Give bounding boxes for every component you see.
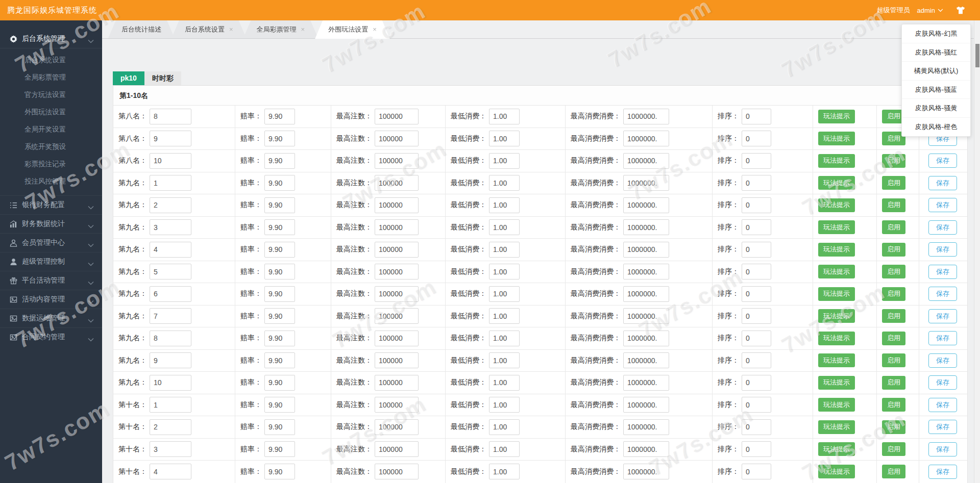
rank-number-input[interactable] — [150, 464, 191, 479]
max-consume-input[interactable] — [623, 242, 669, 258]
odds-input[interactable] — [264, 109, 295, 124]
min-consume-input[interactable] — [489, 175, 520, 191]
sort-input[interactable] — [742, 419, 771, 435]
sidebar-subitem-0-4[interactable]: 全局开奖设置 — [0, 121, 102, 138]
tip-button[interactable]: 玩法提示 — [818, 442, 855, 456]
sort-input[interactable] — [742, 219, 771, 235]
sidebar-item-5[interactable]: 平台活动管理 — [0, 271, 102, 290]
odds-input[interactable] — [264, 419, 295, 435]
tip-button[interactable]: 玩法提示 — [818, 376, 855, 390]
min-consume-input[interactable] — [489, 352, 520, 368]
odds-input[interactable] — [264, 264, 295, 279]
skin-menu-item-5[interactable]: 皮肤风格-橙色 — [902, 118, 970, 137]
sidebar-subitem-0-1[interactable]: 全局彩票管理 — [0, 69, 102, 86]
enable-button[interactable]: 启用 — [882, 176, 905, 190]
rank-number-input[interactable] — [150, 352, 191, 368]
min-consume-input[interactable] — [489, 219, 520, 235]
enable-button[interactable]: 启用 — [882, 220, 905, 234]
workspace-tab-0[interactable]: 后台统计描述 — [108, 20, 175, 38]
sidebar-subitem-0-7[interactable]: 投注风控管理 — [0, 173, 102, 190]
max-consume-input[interactable] — [623, 131, 669, 146]
rank-number-input[interactable] — [150, 109, 191, 124]
tip-button[interactable]: 玩法提示 — [818, 398, 855, 412]
workspace-tab-1[interactable]: 后台系统设置× — [172, 20, 247, 38]
save-button[interactable]: 保存 — [928, 176, 957, 190]
max-bets-input[interactable] — [375, 397, 419, 413]
min-consume-input[interactable] — [489, 153, 520, 169]
min-consume-input[interactable] — [489, 375, 520, 391]
max-bets-input[interactable] — [375, 197, 419, 213]
lottery-tab-时时彩[interactable]: 时时彩 — [144, 71, 181, 85]
sidebar-subitem-0-2[interactable]: 官方玩法设置 — [0, 86, 102, 104]
sort-input[interactable] — [742, 308, 771, 324]
max-bets-input[interactable] — [375, 153, 419, 169]
rank-number-input[interactable] — [150, 331, 191, 346]
tip-button[interactable]: 玩法提示 — [818, 420, 855, 434]
max-consume-input[interactable] — [623, 175, 669, 191]
workspace-tab-2[interactable]: 全局彩票管理× — [243, 20, 318, 38]
skin-menu-item-0[interactable]: 皮肤风格-幻黑 — [902, 24, 970, 43]
min-consume-input[interactable] — [489, 441, 520, 457]
max-consume-input[interactable] — [623, 109, 669, 124]
rank-number-input[interactable] — [150, 308, 191, 324]
rank-number-input[interactable] — [150, 419, 191, 435]
sidebar-subitem-0-3[interactable]: 外围玩法设置 — [0, 104, 102, 121]
max-consume-input[interactable] — [623, 441, 669, 457]
sidebar-item-7[interactable]: 数据运维管理 — [0, 309, 102, 327]
save-button[interactable]: 保存 — [928, 375, 957, 390]
sidebar-subitem-0-5[interactable]: 系统开奖预设 — [0, 138, 102, 156]
sort-input[interactable] — [742, 242, 771, 258]
save-button[interactable]: 保存 — [928, 198, 957, 212]
sidebar-item-6[interactable]: 活动内容管理 — [0, 290, 102, 309]
max-bets-input[interactable] — [375, 219, 419, 235]
min-consume-input[interactable] — [489, 109, 520, 124]
skin-menu-item-4[interactable]: 皮肤风格-骚黄 — [902, 99, 970, 118]
rank-number-input[interactable] — [150, 242, 191, 258]
odds-input[interactable] — [264, 131, 295, 146]
max-bets-input[interactable] — [375, 175, 419, 191]
min-consume-input[interactable] — [489, 242, 520, 258]
enable-button[interactable]: 启用 — [882, 243, 905, 257]
sort-input[interactable] — [742, 153, 771, 169]
max-bets-input[interactable] — [375, 286, 419, 302]
save-button[interactable]: 保存 — [928, 265, 957, 279]
tip-button[interactable]: 玩法提示 — [818, 465, 855, 478]
scrollbar-track[interactable] — [974, 20, 980, 483]
tip-button[interactable]: 玩法提示 — [818, 265, 855, 278]
max-consume-input[interactable] — [623, 397, 669, 413]
save-button[interactable]: 保存 — [928, 465, 957, 479]
save-button[interactable]: 保存 — [928, 420, 957, 434]
sidebar-item-8[interactable]: 合同契约管理 — [0, 327, 102, 346]
sort-input[interactable] — [742, 264, 771, 279]
save-button[interactable]: 保存 — [928, 220, 957, 235]
max-bets-input[interactable] — [375, 352, 419, 368]
max-bets-input[interactable] — [375, 131, 419, 146]
enable-button[interactable]: 启用 — [882, 398, 905, 412]
tip-button[interactable]: 玩法提示 — [818, 176, 855, 190]
sort-input[interactable] — [742, 286, 771, 302]
workspace-tab-3[interactable]: 外围玩法设置× — [315, 20, 390, 39]
max-consume-input[interactable] — [623, 197, 669, 213]
skin-menu-item-1[interactable]: 皮肤风格-骚红 — [902, 43, 970, 62]
enable-button[interactable]: 启用 — [882, 442, 905, 456]
odds-input[interactable] — [264, 352, 295, 368]
enable-button[interactable]: 启用 — [882, 287, 905, 301]
enable-button[interactable]: 启用 — [882, 198, 905, 212]
enable-button[interactable]: 启用 — [882, 353, 905, 367]
save-button[interactable]: 保存 — [928, 331, 957, 345]
sort-input[interactable] — [742, 331, 771, 346]
sort-input[interactable] — [742, 441, 771, 457]
odds-input[interactable] — [264, 153, 295, 169]
max-consume-input[interactable] — [623, 419, 669, 435]
odds-input[interactable] — [264, 219, 295, 235]
save-button[interactable]: 保存 — [928, 398, 957, 412]
tip-button[interactable]: 玩法提示 — [818, 132, 855, 145]
sort-input[interactable] — [742, 375, 771, 391]
user-menu[interactable]: admin — [917, 7, 943, 14]
min-consume-input[interactable] — [489, 419, 520, 435]
max-bets-input[interactable] — [375, 375, 419, 391]
max-bets-input[interactable] — [375, 109, 419, 124]
min-consume-input[interactable] — [489, 131, 520, 146]
close-icon[interactable]: × — [301, 26, 305, 33]
min-consume-input[interactable] — [489, 397, 520, 413]
